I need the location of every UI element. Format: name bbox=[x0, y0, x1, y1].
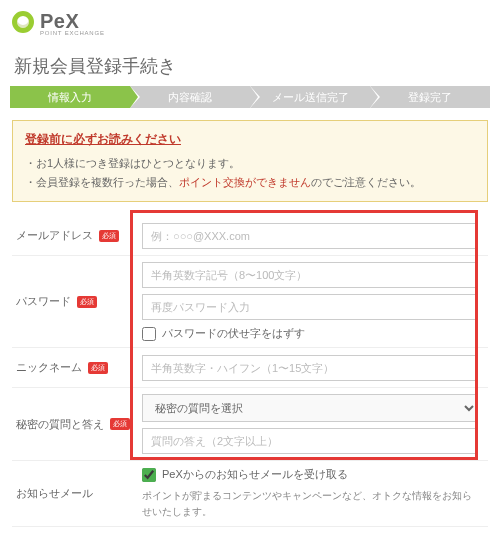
email-field[interactable] bbox=[142, 223, 478, 249]
show-password-checkbox[interactable] bbox=[142, 327, 156, 341]
progress-steps: 情報入力 内容確認 メール送信完了 登録完了 bbox=[0, 86, 500, 120]
notice-box: 登録前に必ずお読みください ・お1人様につき登録はひとつとなります。 ・会員登録… bbox=[12, 120, 488, 202]
row-nickname: ニックネーム 必須 bbox=[12, 348, 488, 388]
step-mailsent: メール送信完了 bbox=[250, 86, 370, 108]
nickname-field[interactable] bbox=[142, 355, 478, 381]
registration-form: メールアドレス 必須 パスワード 必須 パスワードの伏せ字をはずす ニックネーム… bbox=[12, 216, 488, 527]
required-badge: 必須 bbox=[77, 296, 97, 308]
required-badge: 必須 bbox=[99, 230, 119, 242]
password-field[interactable] bbox=[142, 262, 478, 288]
row-email: メールアドレス 必須 bbox=[12, 216, 488, 256]
row-password: パスワード 必須 パスワードの伏せ字をはずす bbox=[12, 256, 488, 348]
label-email: メールアドレス bbox=[16, 228, 93, 243]
row-newsletter: お知らせメール PeXからのお知らせメールを受け取る ポイントが貯まるコンテンツ… bbox=[12, 461, 488, 527]
row-secret: 秘密の質問と答え 必須 秘密の質問を選択 bbox=[12, 388, 488, 461]
step-input: 情報入力 bbox=[10, 86, 130, 108]
step-done: 登録完了 bbox=[370, 86, 490, 108]
logo-icon bbox=[12, 11, 34, 33]
page-title: 新規会員登録手続き bbox=[0, 42, 500, 86]
step-confirm: 内容確認 bbox=[130, 86, 250, 108]
password-confirm-field[interactable] bbox=[142, 294, 478, 320]
notice-item: ・会員登録を複数行った場合、ポイント交換ができませんのでご注意ください。 bbox=[25, 173, 475, 192]
label-secret: 秘密の質問と答え bbox=[16, 417, 104, 432]
notice-item: ・お1人様につき登録はひとつとなります。 bbox=[25, 154, 475, 173]
label-newsletter: お知らせメール bbox=[16, 486, 93, 501]
required-badge: 必須 bbox=[88, 362, 108, 374]
secret-answer-field[interactable] bbox=[142, 428, 478, 454]
logo-tagline: POINT EXCHANGE bbox=[40, 30, 488, 36]
required-badge: 必須 bbox=[110, 418, 130, 430]
show-password-toggle[interactable]: パスワードの伏せ字をはずす bbox=[142, 326, 478, 341]
site-header: PeX POINT EXCHANGE bbox=[0, 0, 500, 42]
label-password: パスワード bbox=[16, 294, 71, 309]
newsletter-note: ポイントが貯まるコンテンツやキャンペーンなど、オトクな情報をお知らせいたします。 bbox=[142, 488, 478, 520]
secret-question-select[interactable]: 秘密の質問を選択 bbox=[142, 394, 478, 422]
notice-title: 登録前に必ずお読みください bbox=[25, 131, 475, 148]
newsletter-checkbox[interactable] bbox=[142, 468, 156, 482]
label-nickname: ニックネーム bbox=[16, 360, 82, 375]
newsletter-toggle[interactable]: PeXからのお知らせメールを受け取る bbox=[142, 467, 478, 482]
